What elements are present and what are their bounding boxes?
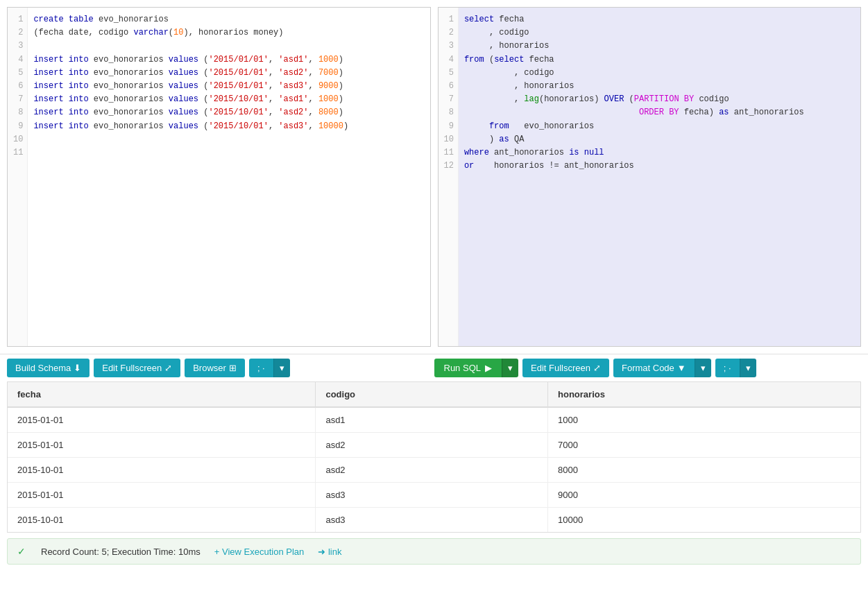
table-cell: 2015-01-01 (8, 407, 316, 433)
edit-fullscreen-right-icon: ⤢ (593, 363, 601, 373)
table-cell: 2015-01-01 (8, 483, 316, 508)
semicolon-right-arrow[interactable]: ▾ (740, 359, 756, 377)
left-editor-content[interactable]: create table evo_honorarios (fecha date,… (28, 8, 429, 346)
build-schema-split[interactable]: Build Schema ⬇ (7, 359, 90, 377)
right-editor[interactable]: 1 2 3 4 5 6 7 8 9 10 11 12 select fecha … (438, 7, 862, 347)
table-cell: asd2 (316, 433, 548, 458)
col-fecha-header: fecha (8, 382, 316, 407)
col-codigo-header: codigo (316, 382, 548, 407)
table-row: 2015-01-01asd11000 (8, 407, 860, 433)
build-schema-button[interactable]: Build Schema ⬇ (7, 359, 90, 377)
table-row: 2015-01-01asd27000 (8, 433, 860, 458)
edit-fullscreen-left-split[interactable]: Edit Fullscreen ⤢ (94, 359, 180, 377)
status-check-icon: ✓ (17, 546, 26, 557)
table-cell: 2015-10-01 (8, 508, 316, 533)
browser-label: Browser (193, 363, 226, 373)
table-cell: 2015-01-01 (8, 433, 316, 458)
editors-row: 1 2 3 4 5 6 7 8 9 10 11 create table evo… (0, 0, 868, 354)
toolbar-row: Build Schema ⬇ Edit Fullscreen ⤢ Browser… (0, 354, 868, 381)
table-cell: asd1 (316, 407, 548, 433)
build-schema-label: Build Schema (15, 363, 71, 373)
table-cell: 9000 (548, 483, 860, 508)
browser-split[interactable]: Browser ⊞ (185, 359, 245, 377)
edit-fullscreen-right-button[interactable]: Edit Fullscreen ⤢ (522, 359, 609, 377)
right-toolbar: Run SQL ▶ ▾ Edit Fullscreen ⤢ Format Cod… (434, 359, 862, 377)
right-line-numbers: 1 2 3 4 5 6 7 8 9 10 11 12 (439, 8, 459, 346)
format-code-arrow[interactable]: ▾ (695, 359, 711, 377)
table-cell: 10000 (548, 508, 860, 533)
table-row: 2015-10-01asd28000 (8, 458, 860, 483)
table-cell: 7000 (548, 433, 860, 458)
edit-fullscreen-left-icon: ⤢ (164, 363, 172, 373)
table-cell: 8000 (548, 458, 860, 483)
table-cell: 2015-10-01 (8, 458, 316, 483)
semicolon-right-label: ; · (724, 363, 731, 373)
run-sql-label: Run SQL (444, 363, 481, 373)
browser-icon: ⊞ (229, 363, 237, 373)
edit-fullscreen-right-label: Edit Fullscreen (531, 363, 590, 373)
table-cell: asd2 (316, 458, 548, 483)
main-container: 1 2 3 4 5 6 7 8 9 10 11 create table evo… (0, 0, 868, 593)
semicolon-left-button[interactable]: ; · (249, 359, 273, 377)
run-sql-button[interactable]: Run SQL ▶ (434, 359, 502, 377)
build-schema-icon: ⬇ (74, 363, 81, 373)
run-sql-arrow[interactable]: ▾ (502, 359, 518, 377)
browser-button[interactable]: Browser ⊞ (185, 359, 245, 377)
semicolon-left-arrow[interactable]: ▾ (273, 359, 290, 377)
left-editor[interactable]: 1 2 3 4 5 6 7 8 9 10 11 create table evo… (7, 7, 431, 347)
edit-fullscreen-left-label: Edit Fullscreen (102, 363, 162, 373)
run-sql-split[interactable]: Run SQL ▶ ▾ (434, 359, 518, 377)
edit-fullscreen-left-button[interactable]: Edit Fullscreen ⤢ (94, 359, 180, 377)
link-link[interactable]: ➜ link (318, 547, 341, 557)
run-sql-icon: ▶ (485, 363, 492, 373)
format-code-icon: ▼ (677, 363, 686, 373)
semicolon-right-split[interactable]: ; · ▾ (715, 359, 756, 377)
status-bar: ✓ Record Count: 5; Execution Time: 10ms … (7, 538, 861, 565)
semicolon-left-label: ; · (257, 363, 265, 373)
view-execution-plan-link[interactable]: + View Execution Plan (214, 547, 304, 557)
table-row: 2015-10-01asd310000 (8, 508, 860, 533)
semicolon-right-button[interactable]: ; · (715, 359, 740, 377)
table-cell: asd3 (316, 483, 548, 508)
format-code-split[interactable]: Format Code ▼ ▾ (613, 359, 711, 377)
semicolon-left-split[interactable]: ; · ▾ (249, 359, 290, 377)
left-toolbar: Build Schema ⬇ Edit Fullscreen ⤢ Browser… (7, 359, 434, 377)
right-editor-content[interactable]: select fecha , codigo , honorarios from … (459, 8, 860, 346)
table-row: 2015-01-01asd39000 (8, 483, 860, 508)
status-message: Record Count: 5; Execution Time: 10ms (41, 547, 201, 557)
format-code-label: Format Code (622, 363, 674, 373)
table-cell: 1000 (548, 407, 860, 433)
results-table: fecha codigo honorarios 2015-01-01asd110… (8, 382, 860, 532)
table-cell: asd3 (316, 508, 548, 533)
format-code-button[interactable]: Format Code ▼ (613, 359, 695, 377)
col-honorarios-header: honorarios (548, 382, 860, 407)
results-header-row: fecha codigo honorarios (8, 382, 860, 407)
left-line-numbers: 1 2 3 4 5 6 7 8 9 10 11 (8, 8, 28, 346)
edit-fullscreen-right-split[interactable]: Edit Fullscreen ⤢ (522, 359, 609, 377)
results-area: fecha codigo honorarios 2015-01-01asd110… (7, 381, 861, 533)
